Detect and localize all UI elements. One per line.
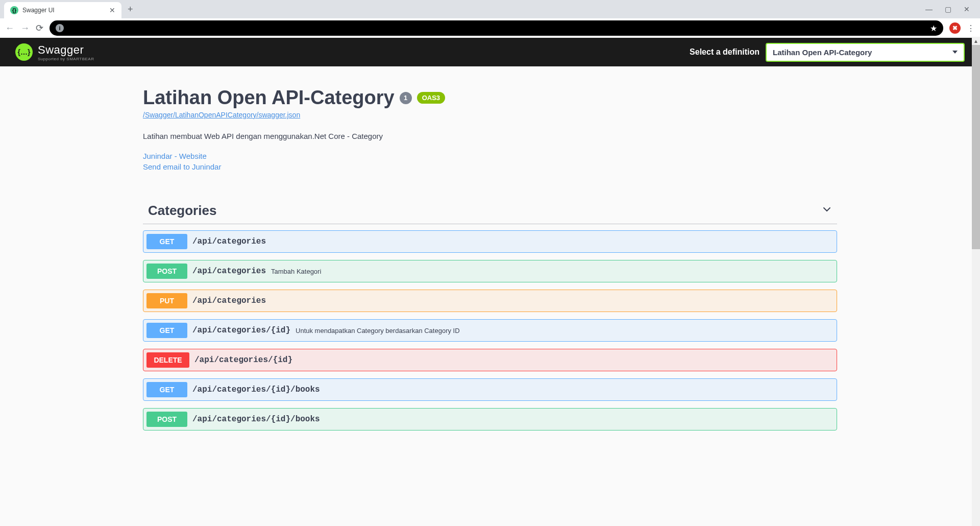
version-badge: 1: [400, 92, 412, 104]
api-title-row: Latihan Open API-Category 1 OAS3: [143, 87, 837, 109]
method-badge: DELETE: [146, 352, 189, 368]
endpoint-summary: Untuk mendapatkan Category berdasarkan C…: [296, 327, 460, 334]
close-tab-icon[interactable]: ✕: [109, 6, 115, 14]
method-badge: GET: [146, 323, 187, 338]
method-badge: GET: [146, 382, 187, 397]
tab-bar: {} Swagger UI ✕ + — ▢ ✕: [0, 0, 980, 18]
endpoint-path: /api/categories: [192, 296, 266, 305]
forward-button[interactable]: →: [20, 23, 30, 34]
logo-text-sub: Supported by SMARTBEAR: [38, 57, 94, 61]
endpoint-path: /api/categories/{id}: [194, 355, 292, 365]
contact-website-link[interactable]: Junindar - Website: [143, 151, 837, 161]
extension-icon[interactable]: ✖: [949, 22, 961, 34]
main-container: Latihan Open API-Category 1 OAS3 /Swagge…: [128, 66, 852, 453]
endpoint-path: /api/categories/{id}/books: [192, 415, 320, 424]
oas-badge: OAS3: [417, 92, 445, 104]
api-description: Latihan membuat Web API dengan menggunak…: [143, 132, 837, 140]
reload-button[interactable]: ⟳: [36, 22, 43, 34]
opblock-get-5[interactable]: GET/api/categories/{id}/books: [143, 378, 837, 401]
opblock-post-6[interactable]: POST/api/categories/{id}/books: [143, 408, 837, 431]
scrollbar[interactable]: ▲: [972, 37, 980, 453]
opblock-get-0[interactable]: GET/api/categories: [143, 230, 837, 253]
spec-url-link[interactable]: /Swagger/LatihanOpenAPICategory/swagger.…: [143, 111, 837, 119]
browser-tab[interactable]: {} Swagger UI ✕: [4, 2, 121, 18]
logo-text-main: Swagger: [38, 43, 94, 57]
swagger-favicon-icon: {}: [10, 6, 18, 14]
operations-list: GET/api/categoriesPOST/api/categoriesTam…: [143, 230, 837, 431]
tag-section: Categories GET/api/categoriesPOST/api/ca…: [143, 198, 837, 431]
tab-title: Swagger UI: [22, 7, 105, 14]
tag-name: Categories: [148, 203, 216, 219]
scroll-thumb[interactable]: [972, 45, 980, 249]
contact-email-link[interactable]: Send email to Junindar: [143, 161, 837, 172]
chevron-down-icon: [822, 204, 832, 217]
new-tab-button[interactable]: +: [128, 4, 133, 15]
tag-header[interactable]: Categories: [143, 198, 837, 224]
api-title: Latihan Open API-Category: [143, 87, 395, 109]
swagger-topbar: {…} Swagger Supported by SMARTBEAR Selec…: [0, 38, 980, 66]
swagger-badge-icon: {…}: [15, 43, 33, 61]
definition-selector: Select a definition Latihan Open API-Cat…: [690, 43, 965, 62]
opblock-put-2[interactable]: PUT/api/categories: [143, 290, 837, 312]
definition-select[interactable]: Latihan Open API-Category: [766, 43, 965, 62]
opblock-get-3[interactable]: GET/api/categories/{id}Untuk mendapatkan…: [143, 319, 837, 342]
browser-chrome: {} Swagger UI ✕ + — ▢ ✕ ← → ⟳ i ★ ✖ ⋮: [0, 0, 980, 38]
endpoint-path: /api/categories: [192, 267, 266, 276]
method-badge: POST: [146, 264, 187, 279]
site-info-icon[interactable]: i: [56, 24, 64, 32]
method-badge: GET: [146, 234, 187, 249]
method-badge: PUT: [146, 293, 187, 308]
endpoint-path: /api/categories/{id}: [192, 326, 290, 335]
swagger-logo[interactable]: {…} Swagger Supported by SMARTBEAR: [15, 43, 94, 61]
back-button[interactable]: ←: [5, 23, 14, 34]
close-window-button[interactable]: ✕: [964, 5, 970, 13]
maximize-button[interactable]: ▢: [945, 5, 951, 13]
browser-menu-icon[interactable]: ⋮: [967, 23, 975, 33]
definition-label: Select a definition: [690, 47, 760, 57]
minimize-button[interactable]: —: [925, 5, 933, 13]
method-badge: POST: [146, 412, 187, 427]
contact-links: Junindar - Website Send email to Juninda…: [143, 151, 837, 172]
opblock-delete-4[interactable]: DELETE/api/categories/{id}: [143, 349, 837, 371]
nav-bar: ← → ⟳ i ★ ✖ ⋮: [0, 18, 980, 38]
opblock-post-1[interactable]: POST/api/categoriesTambah Kategori: [143, 260, 837, 282]
bookmark-star-icon[interactable]: ★: [930, 23, 937, 33]
address-bar[interactable]: i ★: [50, 20, 943, 36]
endpoint-summary: Tambah Kategori: [271, 268, 321, 275]
scroll-up-icon[interactable]: ▲: [972, 37, 980, 45]
window-controls: — ▢ ✕: [925, 5, 976, 13]
endpoint-path: /api/categories: [192, 237, 266, 246]
endpoint-path: /api/categories/{id}/books: [192, 385, 320, 394]
